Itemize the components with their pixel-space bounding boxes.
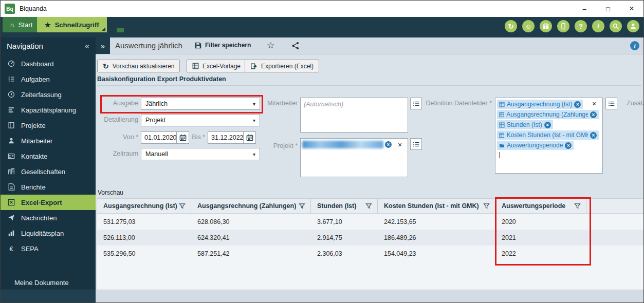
search-icon[interactable] <box>610 20 622 32</box>
remove-icon[interactable]: × <box>565 142 572 149</box>
sidebar-item-dashboard[interactable]: Dashboard <box>1 56 96 71</box>
bis-date-input[interactable]: 31.12.2022 <box>208 131 256 144</box>
home-icon: ⌂ <box>10 21 14 29</box>
collapse-sidebar-icon[interactable]: « <box>85 42 89 51</box>
share-icon[interactable] <box>291 42 300 52</box>
sidebar-item-label: Gesellschaften <box>21 168 65 176</box>
column-header-ausgangsrechnung-zahlungen[interactable]: Ausgangsrechnung (Zahlungen) <box>191 199 311 213</box>
filter-icon[interactable] <box>299 203 305 210</box>
sidebar-item-zeiterfassung[interactable]: Zeiterfassung <box>1 87 96 102</box>
mobile-app-icon[interactable] <box>557 20 569 32</box>
datenfeld-tag[interactable]: Kosten Stunden (Ist - mit GMK) × <box>497 130 599 140</box>
detailierung-select[interactable]: Projekt ▾ <box>141 114 260 126</box>
table-row[interactable]: 531.275,03 628.086,30 3.677,10 242.153,6… <box>97 214 643 230</box>
remove-icon[interactable]: × <box>590 111 597 118</box>
expand-panel-button[interactable]: » <box>96 37 110 54</box>
column-header-auswertungsperiode[interactable]: Auswertungsperiode <box>495 199 586 213</box>
datenfelder-clear-icon[interactable]: × <box>592 100 596 107</box>
status-bar <box>96 290 644 303</box>
page-info-icon[interactable]: i <box>630 41 639 50</box>
task-list-icon <box>7 75 15 83</box>
table-row[interactable]: 535.296,50 587.251,42 2.306,03 154.049,2… <box>97 245 643 261</box>
cell: 2.306,03 <box>311 245 378 261</box>
page-header: » Auswertung jährlich Filter speichern ☆… <box>96 37 644 54</box>
filter-icon[interactable] <box>574 203 581 210</box>
help-icon[interactable]: ? <box>575 20 587 32</box>
tab-label: Start <box>19 21 32 29</box>
tab-start[interactable]: ⌂ Start <box>3 17 40 32</box>
filter-icon[interactable] <box>365 203 372 210</box>
von-date-value[interactable]: 01.01.2020 <box>141 131 177 144</box>
remove-icon[interactable]: × <box>544 122 551 128</box>
excel-template-button[interactable]: Excel-Vorlage <box>187 60 246 72</box>
sidebar-item-sepa[interactable]: € SEPA <box>1 241 96 256</box>
filter-icon[interactable] <box>179 203 186 210</box>
sidebar-item-label: Liquiditätsplan <box>21 230 64 237</box>
sidebar-item-liquiditaetsplan[interactable]: Liquiditätsplan <box>1 225 96 241</box>
person-icon <box>7 137 15 144</box>
sidebar-item-excel-export[interactable]: Excel-Export <box>1 195 96 210</box>
sidebar-item-aufgaben[interactable]: Aufgaben <box>1 71 96 87</box>
datenfeld-tag[interactable]: Ausgangsrechnung (Zahlungen) × <box>497 110 599 119</box>
detailierung-label: Detailierung <box>96 116 138 123</box>
projekt-selected-item[interactable]: × <box>302 141 392 148</box>
contact-card-icon <box>7 153 15 160</box>
euro-icon: € <box>7 245 15 253</box>
info-icon[interactable]: i <box>592 20 604 32</box>
minimize-button[interactable]: – <box>573 1 596 17</box>
projekt-clear-icon[interactable]: × <box>398 141 402 148</box>
support-icon[interactable]: ↻ <box>505 20 517 32</box>
sidebar-item-projekte[interactable]: Projekte <box>1 118 96 133</box>
star-icon: ★ <box>45 21 51 29</box>
sidebar-item-label: Nachrichten <box>21 214 57 222</box>
tag-label: Stunden (Ist) <box>507 121 542 128</box>
tab-schnellzugriff[interactable]: ★ Schnellzugriff <box>37 17 107 32</box>
table-empty-area <box>97 261 643 290</box>
datenfeld-tag[interactable]: Auswertungsperiode × <box>497 141 574 150</box>
datenfeld-tag[interactable]: Stunden (Ist) × <box>497 120 553 129</box>
column-header-kosten-stunden[interactable]: Kosten Stunden (Ist - mit GMK) <box>378 199 495 213</box>
info-glyph: i <box>597 22 599 30</box>
tab-add-stub[interactable] <box>117 28 124 32</box>
datenfelder-picker-button[interactable] <box>605 98 617 109</box>
filter-icon[interactable] <box>483 203 490 210</box>
bar-chart-icon <box>7 230 15 237</box>
sidebar-item-label: Excel-Export <box>21 199 62 206</box>
smiley-glyph: ☺ <box>525 23 531 30</box>
mitarbeiter-input[interactable]: (Automatisch) <box>300 98 408 132</box>
bis-date-value[interactable]: 31.12.2022 <box>208 131 244 144</box>
projekt-picker-button[interactable] <box>410 138 422 150</box>
favorite-star-icon[interactable]: ☆ <box>267 40 274 51</box>
remove-icon[interactable]: × <box>574 101 581 108</box>
sidebar-item-kontakte[interactable]: Kontakte <box>1 148 96 164</box>
remove-icon[interactable]: × <box>590 132 597 139</box>
save-filter-button[interactable]: Filter speichern <box>195 42 251 49</box>
export-excel-button[interactable]: Exportieren (Excel) <box>245 60 319 72</box>
ausgabe-select[interactable]: Jährlich ▾ <box>141 98 260 110</box>
sidebar-item-mitarbeiter[interactable]: Mitarbeiter <box>1 133 96 148</box>
help-glyph: ? <box>579 23 583 30</box>
tag-label: Kosten Stunden (Ist - mit GMK) <box>506 131 588 139</box>
column-header-stunden-ist[interactable]: Stunden (Ist) <box>311 199 378 213</box>
user-icon[interactable] <box>627 20 639 32</box>
datenfelder-label: Definition Datenfelder * <box>414 100 492 107</box>
datenfelder-input[interactable]: Ausgangsrechnung (Ist) × Ausgangsrechnun… <box>495 98 603 174</box>
remove-icon[interactable]: × <box>385 141 392 148</box>
calendar-icon[interactable] <box>177 131 189 144</box>
column-header-ausgangsrechnung-ist[interactable]: Ausgangsrechnung (Ist) <box>97 199 191 213</box>
von-date-input[interactable]: 01.01.2020 <box>141 131 189 144</box>
sidebar-item-nachrichten[interactable]: Nachrichten <box>1 210 96 225</box>
datenfeld-tag[interactable]: Ausgangsrechnung (Ist) × <box>497 100 583 109</box>
zeitraum-select[interactable]: Manuell ▾ <box>141 148 260 160</box>
close-button[interactable]: × <box>620 1 643 17</box>
sidebar-item-gesellschaften[interactable]: Gesellschaften <box>1 164 96 179</box>
maximize-button[interactable]: □ <box>596 1 620 17</box>
sidebar-item-kapazitaetsplanung[interactable]: Kapazitätsplanung <box>1 102 96 118</box>
table-row[interactable]: 526.113,00 624.320,41 2.914,75 186.489,2… <box>97 230 643 245</box>
sidebar-item-berichte[interactable]: Berichte <box>1 179 96 195</box>
cell: 526.113,00 <box>97 230 191 245</box>
gift-icon[interactable] <box>540 20 552 32</box>
sidebar-item-meine-dokumente[interactable]: Meine Dokumente <box>1 276 96 289</box>
refresh-preview-button[interactable]: ↻ Vorschau aktualisieren <box>97 60 180 72</box>
feedback-smiley-icon[interactable]: ☺ <box>522 20 535 32</box>
